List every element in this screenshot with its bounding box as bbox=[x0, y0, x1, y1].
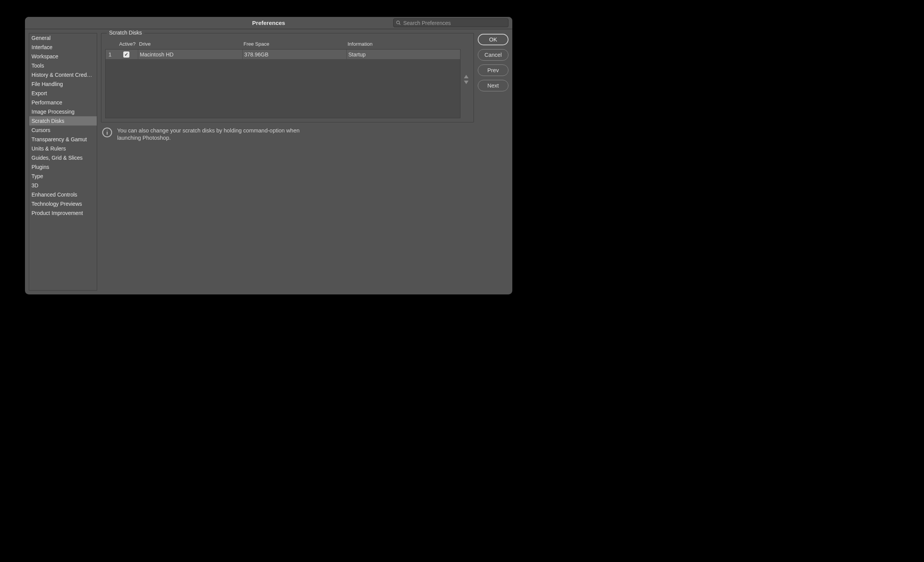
scratch-disks-table: Active? Drive Free Space Information 1✓M… bbox=[105, 40, 470, 118]
sidebar-item-tools[interactable]: Tools bbox=[29, 61, 97, 70]
col-header-drive: Drive bbox=[137, 41, 242, 47]
sidebar-item-general[interactable]: General bbox=[29, 33, 97, 43]
col-header-active: Active? bbox=[114, 41, 137, 47]
reorder-arrows bbox=[463, 40, 470, 118]
prev-button[interactable]: Prev bbox=[478, 64, 508, 76]
hint-text: You can also change your scratch disks b… bbox=[117, 127, 317, 142]
sidebar-item-guides-grid-slices[interactable]: Guides, Grid & Slices bbox=[29, 153, 97, 162]
preferences-window: Preferences GeneralInterfaceWorkspaceToo… bbox=[25, 17, 512, 294]
table-header: Active? Drive Free Space Information bbox=[105, 40, 460, 49]
svg-point-0 bbox=[397, 21, 400, 24]
center-panel: Scratch Disks Active? Drive Free Space I… bbox=[101, 33, 474, 291]
sidebar-item-technology-previews[interactable]: Technology Previews bbox=[29, 199, 97, 208]
row-drive: Macintosh HD bbox=[138, 50, 242, 59]
sidebar-item-cursors[interactable]: Cursors bbox=[29, 126, 97, 135]
move-up-icon[interactable] bbox=[464, 75, 469, 78]
info-icon bbox=[102, 127, 113, 138]
svg-line-1 bbox=[399, 23, 400, 25]
sidebar-item-scratch-disks[interactable]: Scratch Disks bbox=[29, 116, 97, 126]
row-free-space: 378.96GB bbox=[242, 50, 346, 59]
move-down-icon[interactable] bbox=[464, 81, 469, 84]
col-header-free: Free Space bbox=[242, 41, 346, 47]
titlebar: Preferences bbox=[25, 17, 512, 29]
sidebar: GeneralInterfaceWorkspaceToolsHistory & … bbox=[29, 33, 97, 291]
sidebar-item-units-rulers[interactable]: Units & Rulers bbox=[29, 144, 97, 153]
window-title: Preferences bbox=[252, 20, 285, 26]
active-checkbox[interactable]: ✓ bbox=[123, 51, 129, 58]
sidebar-item-export[interactable]: Export bbox=[29, 89, 97, 98]
sidebar-item-file-handling[interactable]: File Handling bbox=[29, 79, 97, 89]
next-button[interactable]: Next bbox=[478, 80, 508, 91]
sidebar-item-type[interactable]: Type bbox=[29, 172, 97, 181]
search-field-wrap[interactable] bbox=[393, 18, 508, 27]
row-index: 1 bbox=[106, 50, 115, 59]
hint-row: You can also change your scratch disks b… bbox=[101, 126, 474, 143]
cancel-button[interactable]: Cancel bbox=[478, 49, 508, 61]
sidebar-item-transparency-gamut[interactable]: Transparency & Gamut bbox=[29, 135, 97, 144]
sidebar-item-product-improvement[interactable]: Product Improvement bbox=[29, 208, 97, 218]
sidebar-item-3d[interactable]: 3D bbox=[29, 181, 97, 190]
table-main: Active? Drive Free Space Information 1✓M… bbox=[105, 40, 460, 118]
sidebar-item-performance[interactable]: Performance bbox=[29, 98, 97, 107]
table-body: 1✓Macintosh HD378.96GBStartup bbox=[105, 49, 460, 118]
col-header-info: Information bbox=[346, 41, 460, 47]
svg-point-4 bbox=[107, 130, 108, 131]
window-body: GeneralInterfaceWorkspaceToolsHistory & … bbox=[25, 29, 512, 294]
ok-button[interactable]: OK bbox=[478, 34, 508, 45]
sidebar-item-image-processing[interactable]: Image Processing bbox=[29, 107, 97, 116]
sidebar-item-interface[interactable]: Interface bbox=[29, 43, 97, 52]
sidebar-item-enhanced-controls[interactable]: Enhanced Controls bbox=[29, 190, 97, 199]
table-row[interactable]: 1✓Macintosh HD378.96GBStartup bbox=[106, 50, 460, 60]
scratch-disks-group: Scratch Disks Active? Drive Free Space I… bbox=[101, 33, 474, 122]
row-information: Startup bbox=[346, 50, 460, 59]
row-active-cell: ✓ bbox=[115, 50, 138, 59]
dialog-buttons: OK Cancel Prev Next bbox=[478, 33, 508, 291]
sidebar-item-history-content-credentials[interactable]: History & Content Credentials bbox=[29, 70, 97, 79]
search-input[interactable] bbox=[403, 20, 506, 26]
sidebar-item-plugins[interactable]: Plugins bbox=[29, 162, 97, 172]
search-icon bbox=[396, 20, 401, 25]
sidebar-item-workspace[interactable]: Workspace bbox=[29, 52, 97, 61]
group-legend: Scratch Disks bbox=[107, 30, 144, 36]
col-header-index bbox=[105, 41, 114, 47]
